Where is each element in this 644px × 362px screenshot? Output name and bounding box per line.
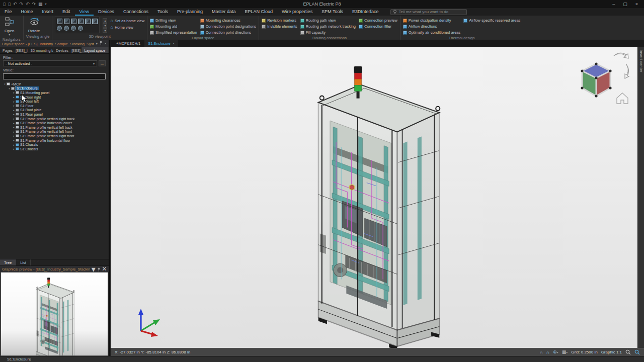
viewpoint-sphere-icon[interactable] [57, 26, 62, 31]
tree-item-s1-door-right[interactable]: ▸S1:Door right [0, 95, 109, 100]
menu-view[interactable]: View [75, 8, 94, 16]
mounting-aid-button[interactable]: Mounting aid [150, 24, 197, 29]
airflow-specific-reserved-areas-button[interactable]: Airflow-specific reserved areas [463, 18, 520, 23]
dropdown-caret-icon[interactable]: ▾ [96, 41, 98, 47]
tab-tree[interactable]: Tree [0, 259, 16, 265]
viewpoint-sphere-icon[interactable] [78, 26, 83, 31]
menu-eplan-cloud[interactable]: EPLAN Cloud [240, 8, 278, 16]
customize-caret-icon[interactable]: ▾ [45, 1, 47, 8]
scroll-caret-icon[interactable]: ▾ [103, 28, 107, 33]
maximize-button[interactable]: ▢ [623, 2, 627, 7]
viewpoint-cube-icon[interactable] [57, 19, 62, 24]
layout-space-3d-canvas[interactable]: Insert center [111, 47, 644, 348]
menu-wire-properties[interactable]: Wire properties [277, 8, 317, 16]
tree-expander-icon[interactable]: ▸ [12, 147, 16, 150]
view-cube[interactable] [574, 50, 634, 108]
tree-expander-icon[interactable]: ▸ [12, 104, 16, 107]
invisible-elements-button[interactable]: Invisible elements [262, 24, 297, 29]
tree-item-s1-door-left[interactable]: ▸S1:Door left [0, 99, 109, 104]
connection-point-designations-button[interactable]: Connection point designations [200, 24, 257, 29]
optimally-air-conditioned-areas-button[interactable]: Optimally air-conditioned areas [403, 30, 460, 35]
tree-item-s1-chassis[interactable]: ▸S1:Chassis [0, 147, 109, 151]
airflow-directions-button[interactable]: Airflow directions [403, 24, 460, 29]
tree-expander-icon[interactable]: ▸ [12, 122, 16, 125]
viewpoint-sphere-icon[interactable] [71, 26, 76, 31]
close-icon[interactable]: × [173, 41, 175, 46]
tree-item-s1-floor[interactable]: ▸S1:Floor [0, 104, 109, 108]
tree-item-s1-frame-profile-horizontal-floor[interactable]: ▸S1:Frame profile horizontal floor [0, 138, 109, 143]
connection-preview-button[interactable]: Connection preview [359, 18, 397, 23]
set-as-home-view-button[interactable]: ⌂Set as home view [110, 18, 144, 24]
tree-expander-icon[interactable]: ▸ [12, 126, 16, 129]
menu-devices[interactable]: Devices [94, 8, 119, 16]
tree-expander-icon[interactable]: ▸ [12, 139, 16, 142]
tree-expander-icon[interactable]: ▸ [12, 113, 16, 116]
routing-path-network-tracking-button[interactable]: Routing path network tracking [300, 24, 356, 29]
graphical-preview[interactable] [1, 272, 108, 356]
menu-e3dinterface[interactable]: E3DInterface [348, 8, 383, 16]
tab-list[interactable]: List [16, 259, 31, 265]
viewpoint-cube-icon[interactable] [78, 19, 84, 24]
undo-icon[interactable]: ↶ [13, 1, 17, 8]
connection-filter-button[interactable]: Connection filter [359, 24, 397, 29]
routing-path-view-button[interactable]: Routing path view [300, 18, 356, 23]
tree-expander-icon[interactable]: ▸ [12, 109, 16, 112]
grid-display-icon[interactable]: ▦▾ [562, 348, 568, 356]
zoom-selection-icon[interactable] [634, 349, 640, 355]
menu-spm-tools[interactable]: SPM Tools [317, 8, 348, 16]
layout-grid-icon[interactable]: ▦ [38, 1, 43, 8]
menu-pre-planning[interactable]: Pre-planning [173, 8, 207, 16]
tree-expander-icon[interactable]: ▸ [12, 134, 16, 137]
dock-tab-devices-ees-in[interactable]: Devices - [EES]_In... [53, 47, 82, 53]
scroll-caret-icon[interactable]: ▾ [103, 23, 107, 28]
zoom-window-icon[interactable] [625, 349, 631, 355]
close-button[interactable]: × [635, 2, 638, 7]
mounting-clearances-button[interactable]: Mounting clearances [200, 18, 257, 23]
open-button[interactable]: Open▾ [3, 17, 17, 37]
tree-item-s1-chassis[interactable]: ▸S1:Chassis [0, 142, 109, 147]
tree-expander-icon[interactable]: ▸ [12, 117, 16, 120]
viewpoint-sphere-icon[interactable] [64, 26, 69, 31]
menu-connections[interactable]: Connections [119, 8, 153, 16]
viewpoint-cube-icon[interactable] [64, 19, 69, 24]
menu-insert[interactable]: Insert [38, 8, 58, 16]
tree-item-s1-frame-profile-vertical-left-back[interactable]: ▸S1:Frame profile vertical left back [0, 125, 109, 130]
grid-setting[interactable]: Grid: 0.2500 in [571, 350, 597, 354]
close-icon[interactable]: × [104, 41, 107, 47]
tree-item-s1-mounting-panel[interactable]: ▸S1:Mounting panel [0, 90, 109, 95]
value-input[interactable] [3, 73, 106, 79]
viewpoint-cube-icon[interactable] [92, 19, 98, 24]
redo-icon[interactable]: ↷ [19, 1, 23, 8]
connection-point-directions-button[interactable]: Connection point directions [200, 30, 257, 35]
menu-home[interactable]: Home [17, 8, 38, 16]
dock-tab-layout-space-e[interactable]: Layout space - [E... [82, 47, 109, 53]
tree-expander-icon[interactable]: ▸ [12, 130, 16, 133]
search-box[interactable]: Tell me what you want to do [390, 9, 467, 15]
snap-active-icon[interactable]: ∩ [546, 349, 549, 356]
tree-item-s1-roof-plate[interactable]: ▸S1:Roof plate [0, 108, 109, 113]
menu-file[interactable]: File [0, 8, 17, 16]
filter-dropdown[interactable]: - Not activated - ▾ [3, 60, 97, 66]
dock-tab-pages-ees-ind[interactable]: Pages - [EES]_Ind... [0, 47, 28, 53]
minimize-button[interactable]: – [612, 2, 615, 7]
home-view-button[interactable]: ⌂Home view [110, 25, 144, 30]
new-page-icon[interactable]: ▯ [3, 1, 6, 8]
viewpoint-cube-icon[interactable] [85, 19, 91, 24]
enclosure-3d-drawing[interactable] [315, 66, 443, 348]
tree-expander-icon[interactable]: ▾ [8, 87, 11, 90]
graphic-scale[interactable]: Graphic 1:1 [601, 350, 622, 354]
filter-more-button[interactable]: ... [99, 60, 106, 66]
document-tab-mcp-sch-1[interactable]: +MCP&SCH/1 [113, 40, 144, 47]
pin-icon[interactable] [99, 41, 103, 47]
tree-expander-icon[interactable]: ▸ [12, 143, 16, 146]
revision-markers-button[interactable]: Revision markers [262, 18, 297, 23]
tree-item-mcp[interactable]: ▾+MCP [0, 82, 109, 86]
tree-item-s1-frame-profile-vertical-left-front[interactable]: ▸S1:Frame profile vertical left front [0, 130, 109, 134]
drilling-view-button[interactable]: Drilling view [150, 18, 197, 23]
simplified-representation-button[interactable]: Simplified representation [150, 30, 197, 35]
tree-item-s1-frame-profile-vertical-right-front[interactable]: ▸S1:Frame profile vertical right front [0, 134, 109, 138]
tree-item-s1-enclosure[interactable]: ▾S1:Enclosure [0, 86, 109, 91]
tree-expander-icon[interactable]: ▾ [3, 82, 7, 85]
dock-tab-3d-mounting-lay[interactable]: 3D mounting lay... [28, 47, 53, 53]
snap-icon[interactable]: ∩ [539, 349, 542, 356]
